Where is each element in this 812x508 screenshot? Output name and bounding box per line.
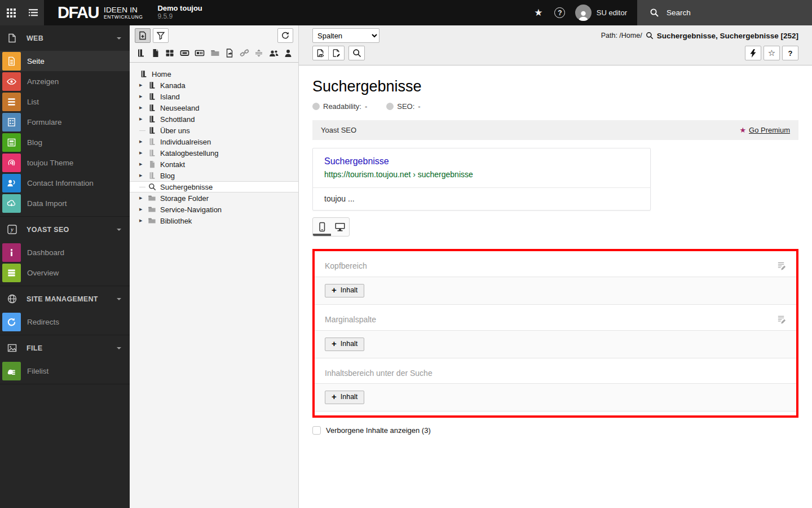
expand-arrow-icon[interactable]: ▶	[139, 162, 148, 167]
view-mode-select[interactable]: Spalten	[312, 28, 379, 43]
expand-arrow-icon[interactable]: ▶	[139, 173, 148, 178]
tree-item-island[interactable]: ▶ Island	[130, 91, 298, 102]
module-item-anzeigen[interactable]: Anzeigen	[0, 71, 130, 91]
snippet-device-toggle	[312, 217, 350, 237]
tree-item-neuseeland[interactable]: ▶ Neuseeland	[130, 102, 298, 113]
module-item-dashboard[interactable]: Dashboard	[0, 242, 130, 262]
module-item-label: Filelist	[27, 367, 48, 375]
go-premium-link[interactable]: ★ Go Premium	[739, 126, 790, 134]
tree-item-label: Schottland	[160, 115, 195, 124]
banner-page-drag-icon[interactable]	[180, 49, 189, 58]
module-item-formulare[interactable]: Formulare	[0, 112, 130, 132]
tree-item-suchergebnisse[interactable]: Suchergebnisse	[130, 181, 298, 192]
folder-drag-icon[interactable]	[210, 49, 220, 58]
user-group-drag-icon[interactable]	[269, 49, 279, 58]
expand-arrow-icon[interactable]: ▶	[139, 196, 148, 200]
module-section-header-web[interactable]: WEB	[0, 25, 130, 51]
module-section-header-file[interactable]: FILE	[0, 335, 130, 361]
page-door-icon	[148, 81, 156, 90]
add-content-button[interactable]: + Inhalt	[325, 284, 364, 297]
expand-arrow-icon[interactable]: ▶	[139, 94, 148, 99]
search-page-icon	[646, 32, 654, 40]
edit-column-icon[interactable]	[776, 315, 786, 325]
eye-icon	[2, 72, 21, 91]
csh-help-button[interactable]: ?	[782, 46, 798, 60]
tree-item-katalogbestellung[interactable]: ▶ Katalogbestellung	[130, 147, 298, 159]
edit-page-properties-button[interactable]	[328, 46, 345, 60]
tree-item-service-navigation[interactable]: ▶ Service-Navigation	[130, 204, 298, 215]
expand-arrow-icon[interactable]: ▶	[139, 207, 148, 212]
module-section-header-yoast[interactable]: y YOAST SEO	[0, 217, 130, 242]
clear-cache-button[interactable]	[745, 46, 761, 60]
hidden-content-checkbox[interactable]	[312, 426, 321, 435]
new-page-button[interactable]	[135, 28, 151, 43]
tree-item-ueber-uns[interactable]: Über uns	[130, 125, 298, 136]
desktop-preview-button[interactable]	[331, 218, 349, 236]
view-webpage-button[interactable]	[312, 46, 329, 60]
tree-item-storage-folder[interactable]: ▶ Storage Folder	[130, 192, 298, 204]
tree-item-blog[interactable]: ▶ Blog	[130, 170, 298, 181]
page-door-muted-icon	[148, 172, 156, 180]
mobile-preview-button[interactable]	[313, 218, 331, 236]
link-drag-icon[interactable]	[240, 49, 249, 58]
module-item-redirects[interactable]: Redirects	[0, 312, 130, 332]
tree-item-kontakt[interactable]: ▶ Kontakt	[130, 159, 298, 170]
tree-item-label: Storage Folder	[160, 194, 209, 203]
expand-arrow-icon[interactable]: ▶	[139, 151, 148, 155]
expand-arrow-icon[interactable]: ▶	[139, 218, 148, 223]
spacer-drag-icon[interactable]	[254, 49, 263, 58]
shortcut-page-drag-icon[interactable]	[225, 49, 234, 58]
module-section-web: WEB Seite Anzeigen	[0, 25, 130, 216]
tree-item-home[interactable]: Home	[130, 68, 298, 80]
expand-arrow-icon[interactable]: ▶	[139, 106, 148, 110]
logo-claim: IDEEN IN ENTWICKLUNG	[104, 6, 143, 20]
slider-page-drag-icon[interactable]	[195, 49, 205, 58]
snippet-title[interactable]: Suchergebnisse	[324, 156, 639, 168]
module-menu-toggle-button[interactable]	[0, 0, 22, 25]
module-item-data-import[interactable]: Data Import	[0, 193, 130, 213]
plus-icon: +	[332, 339, 337, 348]
refresh-icon	[281, 31, 290, 40]
pagetree-toggle-button[interactable]	[22, 0, 44, 25]
tree-item-label: Neuseeland	[160, 104, 199, 112]
bookmark-button[interactable]: ☆	[764, 46, 780, 60]
google-snippet-preview: Suchergebnisse https://tourism.toujou.ne…	[312, 148, 651, 211]
module-item-list[interactable]: List	[0, 91, 130, 112]
lightning-bolt-icon	[749, 49, 757, 58]
folder-icon	[148, 194, 156, 203]
module-item-overview[interactable]: Overview	[0, 262, 130, 283]
global-search[interactable]: Search	[637, 0, 812, 25]
module-section-header-site-management[interactable]: SITE MANAGEMENT	[0, 286, 130, 312]
help-menu-button[interactable]: ?	[549, 0, 571, 25]
filter-button[interactable]	[153, 28, 169, 43]
refresh-tree-button[interactable]	[277, 28, 293, 43]
expand-arrow-icon[interactable]: ▶	[139, 139, 148, 144]
add-content-button[interactable]: + Inhalt	[325, 338, 364, 351]
tree-connector	[139, 187, 148, 187]
module-item-contact-information[interactable]: Contact Information	[0, 173, 130, 193]
image-section-icon	[7, 343, 18, 353]
tree-item-schottland[interactable]: ▶ Schottland	[130, 113, 298, 125]
desktop-monitor-icon	[334, 222, 346, 232]
module-item-toujou-theme[interactable]: toujou Theme	[0, 152, 130, 173]
tree-item-kanada[interactable]: ▶ Kanada	[130, 80, 298, 91]
edit-page-icon	[332, 49, 341, 58]
module-item-blog[interactable]: Blog	[0, 132, 130, 152]
page-drag-icon[interactable]	[151, 49, 160, 58]
topbar-main: DFAU IDEEN IN ENTWICKLUNG Demo toujou 9.…	[44, 0, 637, 25]
grid-page-drag-icon[interactable]	[165, 49, 174, 58]
user-menu-button[interactable]: SU editor	[571, 5, 637, 21]
dfau-logo[interactable]: DFAU IDEEN IN ENTWICKLUNG	[58, 5, 143, 21]
add-content-button[interactable]: + Inhalt	[325, 391, 364, 404]
expand-arrow-icon[interactable]: ▶	[139, 83, 148, 87]
edit-column-icon[interactable]	[776, 261, 786, 271]
user-drag-icon[interactable]	[284, 49, 292, 58]
module-item-seite[interactable]: Seite	[0, 51, 130, 71]
tree-item-individualreisen[interactable]: ▶ Individualreisen	[130, 136, 298, 147]
page-door-drag-icon[interactable]	[136, 49, 145, 58]
bookmarks-button[interactable]: ★	[528, 0, 549, 25]
expand-arrow-icon[interactable]: ▶	[139, 117, 148, 121]
search-records-button[interactable]	[348, 46, 365, 60]
module-item-filelist[interactable]: Filelist	[0, 361, 130, 381]
tree-item-bibliothek[interactable]: ▶ Bibliothek	[130, 215, 298, 226]
